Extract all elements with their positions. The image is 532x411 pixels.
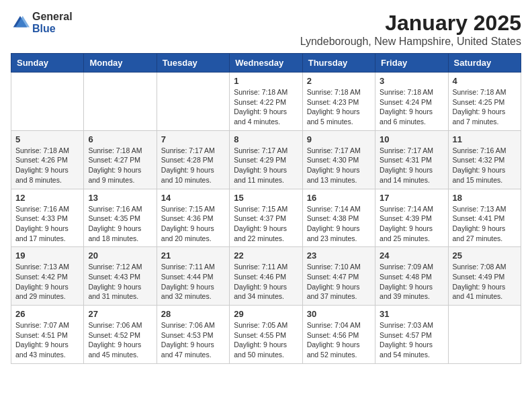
day-info: Sunrise: 7:17 AM Sunset: 4:28 PM Dayligh… [161,146,225,185]
day-info: Sunrise: 7:15 AM Sunset: 4:37 PM Dayligh… [234,204,298,244]
weekday-header-friday: Friday [375,54,448,73]
day-info: Sunrise: 7:17 AM Sunset: 4:31 PM Dayligh… [380,146,443,185]
logo-blue: Blue [32,23,73,35]
day-number: 9 [307,134,371,144]
day-cell: 9Sunrise: 7:17 AM Sunset: 4:30 PM Daylig… [302,130,375,189]
day-number: 31 [380,309,443,319]
calendar-table: SundayMondayTuesdayWednesdayThursdayFrid… [11,53,521,364]
week-row-1: 1Sunrise: 7:18 AM Sunset: 4:22 PM Daylig… [11,73,521,131]
location: Lyndeborough, New Hampshire, United Stat… [300,36,521,48]
day-cell: 25Sunrise: 7:08 AM Sunset: 4:49 PM Dayli… [448,247,521,306]
day-info: Sunrise: 7:18 AM Sunset: 4:22 PM Dayligh… [234,87,298,127]
day-cell: 2Sunrise: 7:18 AM Sunset: 4:23 PM Daylig… [302,73,375,131]
logo: General Blue [11,11,73,34]
day-info: Sunrise: 7:18 AM Sunset: 4:23 PM Dayligh… [307,87,371,127]
day-info: Sunrise: 7:16 AM Sunset: 4:33 PM Dayligh… [15,204,79,244]
weekday-header-wednesday: Wednesday [230,54,302,73]
day-number: 25 [453,250,517,261]
week-row-5: 26Sunrise: 7:07 AM Sunset: 4:51 PM Dayli… [11,306,521,364]
day-info: Sunrise: 7:08 AM Sunset: 4:49 PM Dayligh… [453,262,517,302]
day-cell: 20Sunrise: 7:12 AM Sunset: 4:43 PM Dayli… [84,247,157,306]
day-number: 28 [161,309,225,319]
day-cell: 7Sunrise: 7:17 AM Sunset: 4:28 PM Daylig… [157,130,229,189]
day-cell: 15Sunrise: 7:15 AM Sunset: 4:37 PM Dayli… [230,189,302,247]
day-info: Sunrise: 7:07 AM Sunset: 4:51 PM Dayligh… [15,320,79,360]
weekday-header-sunday: Sunday [11,54,84,73]
day-number: 7 [161,134,225,144]
day-cell: 5Sunrise: 7:18 AM Sunset: 4:26 PM Daylig… [11,130,84,189]
day-info: Sunrise: 7:17 AM Sunset: 4:29 PM Dayligh… [234,146,298,185]
day-number: 14 [161,193,225,203]
weekday-header-tuesday: Tuesday [157,54,229,73]
day-cell [84,73,157,131]
day-number: 19 [15,250,79,261]
day-cell: 8Sunrise: 7:17 AM Sunset: 4:29 PM Daylig… [230,130,302,189]
weekday-header-monday: Monday [84,54,157,73]
day-cell: 22Sunrise: 7:11 AM Sunset: 4:46 PM Dayli… [230,247,302,306]
logo-general: General [32,11,73,23]
day-number: 29 [234,309,298,319]
day-number: 23 [307,250,371,261]
day-number: 20 [88,250,152,261]
day-cell: 16Sunrise: 7:14 AM Sunset: 4:38 PM Dayli… [302,189,375,247]
day-cell: 12Sunrise: 7:16 AM Sunset: 4:33 PM Dayli… [11,189,84,247]
day-number: 22 [234,250,298,261]
day-cell [448,306,521,364]
day-info: Sunrise: 7:17 AM Sunset: 4:30 PM Dayligh… [307,146,371,185]
day-info: Sunrise: 7:16 AM Sunset: 4:35 PM Dayligh… [88,204,152,244]
day-number: 27 [88,309,152,319]
day-cell: 18Sunrise: 7:13 AM Sunset: 4:41 PM Dayli… [448,189,521,247]
day-cell [157,73,229,131]
day-number: 8 [234,134,298,144]
day-number: 26 [15,309,79,319]
day-info: Sunrise: 7:05 AM Sunset: 4:55 PM Dayligh… [234,320,298,360]
logo-icon [11,13,30,32]
day-number: 18 [453,193,517,203]
day-cell: 26Sunrise: 7:07 AM Sunset: 4:51 PM Dayli… [11,306,84,364]
day-info: Sunrise: 7:03 AM Sunset: 4:57 PM Dayligh… [380,320,443,360]
day-number: 16 [307,193,371,203]
day-number: 2 [307,76,371,86]
day-info: Sunrise: 7:18 AM Sunset: 4:24 PM Dayligh… [380,87,443,127]
week-row-3: 12Sunrise: 7:16 AM Sunset: 4:33 PM Dayli… [11,189,521,247]
day-info: Sunrise: 7:09 AM Sunset: 4:48 PM Dayligh… [380,262,443,302]
day-info: Sunrise: 7:06 AM Sunset: 4:53 PM Dayligh… [161,320,225,360]
title-area: January 2025 Lyndeborough, New Hampshire… [300,11,521,48]
page-header: General Blue January 2025 Lyndeborough, … [11,11,521,48]
day-info: Sunrise: 7:16 AM Sunset: 4:32 PM Dayligh… [453,146,517,185]
day-cell: 31Sunrise: 7:03 AM Sunset: 4:57 PM Dayli… [375,306,448,364]
day-number: 6 [88,134,152,144]
day-number: 3 [380,76,443,86]
day-number: 12 [15,193,79,203]
week-row-2: 5Sunrise: 7:18 AM Sunset: 4:26 PM Daylig… [11,130,521,189]
day-number: 4 [453,76,517,86]
day-info: Sunrise: 7:15 AM Sunset: 4:36 PM Dayligh… [161,204,225,244]
day-info: Sunrise: 7:12 AM Sunset: 4:43 PM Dayligh… [88,262,152,302]
day-cell: 4Sunrise: 7:18 AM Sunset: 4:25 PM Daylig… [448,73,521,131]
day-number: 5 [15,134,79,144]
day-cell: 30Sunrise: 7:04 AM Sunset: 4:56 PM Dayli… [302,306,375,364]
day-info: Sunrise: 7:14 AM Sunset: 4:39 PM Dayligh… [380,204,443,244]
month-title: January 2025 [300,11,521,36]
day-number: 30 [307,309,371,319]
logo-text: General Blue [32,11,73,34]
day-info: Sunrise: 7:18 AM Sunset: 4:25 PM Dayligh… [453,87,517,127]
day-cell: 24Sunrise: 7:09 AM Sunset: 4:48 PM Dayli… [375,247,448,306]
day-info: Sunrise: 7:13 AM Sunset: 4:41 PM Dayligh… [453,204,517,244]
day-info: Sunrise: 7:18 AM Sunset: 4:27 PM Dayligh… [88,146,152,185]
day-number: 21 [161,250,225,261]
day-number: 24 [380,250,443,261]
day-cell: 11Sunrise: 7:16 AM Sunset: 4:32 PM Dayli… [448,130,521,189]
day-cell: 1Sunrise: 7:18 AM Sunset: 4:22 PM Daylig… [230,73,302,131]
day-cell: 14Sunrise: 7:15 AM Sunset: 4:36 PM Dayli… [157,189,229,247]
week-row-4: 19Sunrise: 7:13 AM Sunset: 4:42 PM Dayli… [11,247,521,306]
day-cell: 6Sunrise: 7:18 AM Sunset: 4:27 PM Daylig… [84,130,157,189]
day-cell: 17Sunrise: 7:14 AM Sunset: 4:39 PM Dayli… [375,189,448,247]
day-cell: 28Sunrise: 7:06 AM Sunset: 4:53 PM Dayli… [157,306,229,364]
weekday-header-row: SundayMondayTuesdayWednesdayThursdayFrid… [11,54,521,73]
day-number: 13 [88,193,152,203]
day-number: 17 [380,193,443,203]
day-cell [11,73,84,131]
day-info: Sunrise: 7:10 AM Sunset: 4:47 PM Dayligh… [307,262,371,302]
day-cell: 29Sunrise: 7:05 AM Sunset: 4:55 PM Dayli… [230,306,302,364]
